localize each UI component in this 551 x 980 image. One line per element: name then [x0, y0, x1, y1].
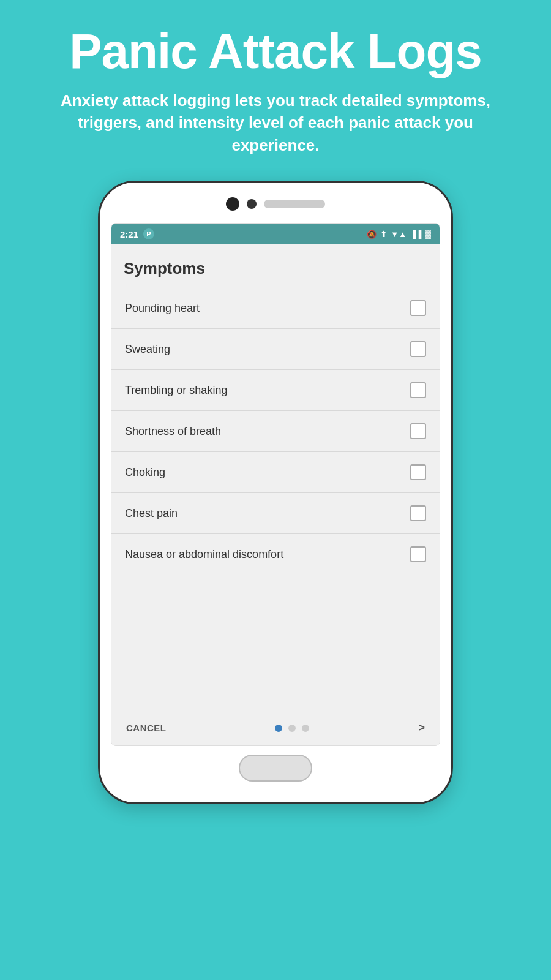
- app-content: Symptoms Pounding heart Sweating Trembli…: [111, 244, 440, 745]
- phone-outer: 2:21 P 🔕 ⬆ ▼▲ ▐▐ ▓ Symptoms Pounding hea…: [98, 181, 453, 804]
- phone-top-bar: [111, 194, 440, 216]
- sensor-icon: [247, 199, 257, 209]
- header-section: Panic Attack Logs Anxiety attack logging…: [0, 0, 551, 175]
- dot-1: [275, 725, 282, 732]
- home-button[interactable]: [239, 755, 312, 782]
- page-subtitle: Anxiety attack logging lets you track de…: [37, 89, 514, 156]
- cancel-button[interactable]: CANCEL: [126, 723, 167, 733]
- checkbox-trembling[interactable]: [410, 382, 426, 398]
- symptom-label: Pounding heart: [125, 302, 200, 315]
- symptom-label: Trembling or shaking: [125, 384, 227, 397]
- symptom-label: Shortness of breath: [125, 425, 221, 438]
- symptom-item-chest-pain[interactable]: Chest pain: [111, 493, 440, 534]
- sync-icon: ⬆: [380, 230, 387, 239]
- wifi-icon: ▼▲: [391, 230, 407, 239]
- symptoms-title: Symptoms: [111, 244, 440, 288]
- symptom-item-pounding-heart[interactable]: Pounding heart: [111, 288, 440, 329]
- status-time: 2:21: [120, 229, 138, 239]
- checkbox-shortness[interactable]: [410, 423, 426, 439]
- symptom-label: Choking: [125, 466, 165, 479]
- checkbox-nausea[interactable]: [410, 546, 426, 562]
- symptom-list: Pounding heart Sweating Trembling or sha…: [111, 288, 440, 575]
- symptom-item-choking[interactable]: Choking: [111, 452, 440, 493]
- next-button[interactable]: >: [418, 722, 425, 734]
- speaker-bar: [264, 200, 325, 208]
- phone-bottom: [111, 746, 440, 791]
- symptom-label: Nausea or abdominal discomfort: [125, 548, 283, 561]
- symptom-item-sweating[interactable]: Sweating: [111, 329, 440, 370]
- symptom-item-nausea[interactable]: Nausea or abdominal discomfort: [111, 534, 440, 575]
- dot-2: [288, 725, 296, 732]
- status-right: 🔕 ⬆ ▼▲ ▐▐ ▓: [367, 230, 431, 239]
- mute-icon: 🔕: [367, 230, 377, 239]
- signal-icon: ▐▐: [410, 230, 421, 239]
- phone-mockup: 2:21 P 🔕 ⬆ ▼▲ ▐▐ ▓ Symptoms Pounding hea…: [98, 181, 453, 804]
- battery-icon: ▓: [425, 230, 431, 239]
- symptom-label: Chest pain: [125, 507, 178, 520]
- p-icon: P: [143, 228, 154, 239]
- page-dots: [275, 725, 309, 732]
- camera-icon: [226, 197, 239, 211]
- status-bar: 2:21 P 🔕 ⬆ ▼▲ ▐▐ ▓: [111, 224, 440, 244]
- checkbox-sweating[interactable]: [410, 341, 426, 357]
- dot-3: [302, 725, 309, 732]
- phone-screen: 2:21 P 🔕 ⬆ ▼▲ ▐▐ ▓ Symptoms Pounding hea…: [111, 223, 440, 746]
- empty-space: [111, 575, 440, 710]
- symptom-item-trembling[interactable]: Trembling or shaking: [111, 370, 440, 411]
- bottom-nav: CANCEL >: [111, 710, 440, 745]
- page-title: Panic Attack Logs: [37, 24, 514, 78]
- checkbox-choking[interactable]: [410, 464, 426, 480]
- checkbox-chest-pain[interactable]: [410, 505, 426, 521]
- symptom-label: Sweating: [125, 343, 170, 356]
- status-left: 2:21 P: [120, 228, 154, 239]
- checkbox-pounding-heart[interactable]: [410, 300, 426, 316]
- symptom-item-shortness[interactable]: Shortness of breath: [111, 411, 440, 452]
